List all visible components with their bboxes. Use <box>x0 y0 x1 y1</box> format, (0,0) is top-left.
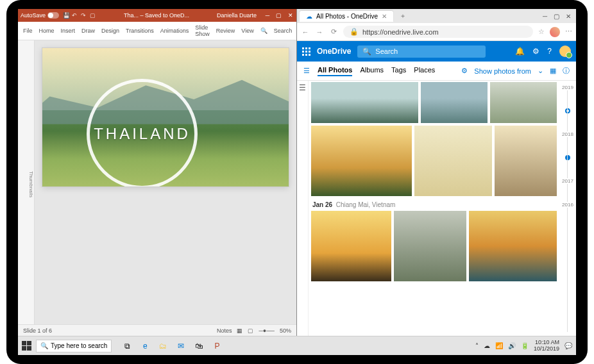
tab-tags[interactable]: Tags <box>391 66 406 76</box>
timeline-scrubber[interactable]: 2019 2018 2017 2016 <box>559 81 576 336</box>
photo-thumb[interactable] <box>414 126 492 196</box>
photo-thumb[interactable] <box>490 82 557 123</box>
browser-tab[interactable]: ☁ All Photos - OneDrive ✕ <box>300 11 393 22</box>
thumbnail-pane[interactable]: Thumbnails <box>18 40 35 324</box>
save-icon[interactable]: 💾 <box>63 12 69 19</box>
view-grid-icon[interactable]: ▦ <box>550 67 556 75</box>
tab-favicon-icon: ☁ <box>306 13 312 20</box>
tab-transitions[interactable]: Transitions <box>126 28 154 34</box>
tab-file[interactable]: File <box>23 28 33 34</box>
address-bar[interactable]: 🔒 https://onedrive.live.com <box>343 26 533 38</box>
timeline-year[interactable]: 2016 <box>562 202 573 208</box>
view-normal-icon[interactable]: ▦ <box>237 327 242 334</box>
info-icon[interactable]: ⓘ <box>563 66 570 76</box>
app-launcher-icon[interactable] <box>302 47 310 56</box>
tab-search[interactable]: Search <box>274 28 293 34</box>
tab-insert[interactable]: Insert <box>61 28 76 34</box>
photo-thumb[interactable] <box>421 82 488 123</box>
photo-thumb[interactable] <box>311 211 391 281</box>
close-icon[interactable]: ✕ <box>287 12 294 19</box>
back-icon[interactable]: ← <box>301 28 310 36</box>
tab-animations[interactable]: Animations <box>160 28 189 34</box>
tab-albums[interactable]: Albums <box>360 66 384 76</box>
chevron-down-icon[interactable]: ⌄ <box>538 67 543 75</box>
forward-icon[interactable]: → <box>315 28 324 36</box>
timeline-year[interactable]: 2019 <box>562 85 573 90</box>
show-photos-from[interactable]: Show photos from <box>474 67 531 75</box>
edge-icon[interactable]: e <box>139 340 151 352</box>
photo-thumb[interactable] <box>311 82 418 123</box>
start-button[interactable] <box>22 341 32 351</box>
tab-view[interactable]: View <box>241 28 253 34</box>
tablet-frame: AutoSave 💾 ↶ ↷ ▢ Tha... – Saved to OneD.… <box>6 0 588 364</box>
redo-icon[interactable]: ↷ <box>81 12 87 19</box>
zoom-level[interactable]: 50% <box>280 327 291 334</box>
help-icon[interactable]: ? <box>547 47 552 56</box>
mail-icon[interactable]: ✉ <box>174 340 187 352</box>
action-center-icon[interactable]: 💬 <box>564 342 572 349</box>
view-slideshow-icon[interactable]: ▢ <box>248 327 253 334</box>
minimize-icon[interactable]: ─ <box>264 12 271 19</box>
quick-access-toolbar[interactable]: 💾 ↶ ↷ ▢ <box>63 12 96 19</box>
onedrive-logo[interactable]: OneDrive <box>317 47 351 56</box>
left-rail[interactable]: ☰ <box>297 81 309 336</box>
maximize-icon[interactable]: ▢ <box>276 12 282 19</box>
onedrive-tray-icon[interactable]: ☁ <box>484 342 490 349</box>
tab-draw[interactable]: Draw <box>81 28 95 34</box>
screen: AutoSave 💾 ↶ ↷ ▢ Tha... – Saved to OneD.… <box>18 9 576 355</box>
store-icon[interactable]: 🛍 <box>192 340 205 352</box>
powerpoint-icon[interactable]: P <box>210 340 223 352</box>
photo-thumb[interactable] <box>311 126 412 196</box>
photo-thumb[interactable] <box>495 126 557 196</box>
autosave-toggle[interactable]: AutoSave <box>21 12 59 19</box>
taskbar-search[interactable]: 🔍 Type here to search <box>36 340 112 352</box>
tab-home[interactable]: Home <box>39 28 55 34</box>
wifi-icon[interactable]: 📶 <box>495 342 503 349</box>
explorer-icon[interactable]: 🗂 <box>157 340 169 352</box>
date-header: Jan 26 Chiang Mai, Vietnam <box>311 199 557 211</box>
tray-chevron-icon[interactable]: ˄ <box>475 342 479 349</box>
timeline-marker-icon[interactable] <box>565 108 570 113</box>
refresh-icon[interactable]: ⟳ <box>329 28 338 36</box>
tab-review[interactable]: Review <box>216 28 235 34</box>
present-icon[interactable]: ▢ <box>90 12 96 19</box>
volume-icon[interactable]: 🔊 <box>508 342 516 349</box>
profile-avatar-icon[interactable] <box>550 27 560 37</box>
slide[interactable]: THAILAND <box>42 48 289 186</box>
zoom-slider[interactable]: ─●── <box>259 327 275 334</box>
user-name[interactable]: Daniella Duarte <box>217 12 257 19</box>
new-tab-button[interactable]: ＋ <box>396 12 410 21</box>
more-icon[interactable]: ⋯ <box>565 28 572 36</box>
ppt-title-bar: AutoSave 💾 ↶ ↷ ▢ Tha... – Saved to OneD.… <box>18 9 296 22</box>
battery-icon[interactable]: 🔋 <box>521 342 529 349</box>
photo-thumb[interactable] <box>394 211 466 281</box>
split-view: AutoSave 💾 ↶ ↷ ▢ Tha... – Saved to OneD.… <box>18 9 576 336</box>
timeline-year[interactable]: 2017 <box>562 178 573 184</box>
undo-icon[interactable]: ↶ <box>72 12 78 19</box>
user-avatar-icon[interactable] <box>559 46 571 57</box>
onedrive-search[interactable]: 🔍 Search <box>357 46 486 58</box>
edge-window: ☁ All Photos - OneDrive ✕ ＋ ─ ▢ ✕ ← <box>297 9 576 336</box>
close-icon[interactable]: ✕ <box>566 13 571 20</box>
slide-canvas[interactable]: THAILAND <box>35 40 296 324</box>
timeline-marker-icon[interactable] <box>565 155 570 160</box>
notifications-icon[interactable]: 🔔 <box>515 47 525 56</box>
slide-counter[interactable]: Slide 1 of 6 <box>23 327 52 334</box>
task-view-icon[interactable]: ⧉ <box>121 340 133 352</box>
notes-button[interactable]: Notes <box>217 327 232 334</box>
clock[interactable]: 10:10 AM 10/1/2019 <box>534 340 559 352</box>
timeline-year[interactable]: 2018 <box>562 131 573 137</box>
tab-design[interactable]: Design <box>101 28 119 34</box>
maximize-icon[interactable]: ▢ <box>554 13 559 20</box>
tab-all-photos[interactable]: All Photos <box>318 66 352 76</box>
settings-icon[interactable]: ⚙ <box>532 47 539 56</box>
search-placeholder: Type here to search <box>51 342 107 349</box>
favorite-icon[interactable]: ☆ <box>538 28 545 36</box>
tab-close-icon[interactable]: ✕ <box>382 13 387 20</box>
photo-thumb[interactable] <box>469 211 557 281</box>
tab-places[interactable]: Places <box>414 66 435 76</box>
date-text: 10/1/2019 <box>534 346 559 352</box>
hamburger-icon[interactable]: ☰ <box>303 67 310 75</box>
tab-slideshow[interactable]: Slide Show <box>195 24 210 37</box>
minimize-icon[interactable]: ─ <box>543 13 547 20</box>
